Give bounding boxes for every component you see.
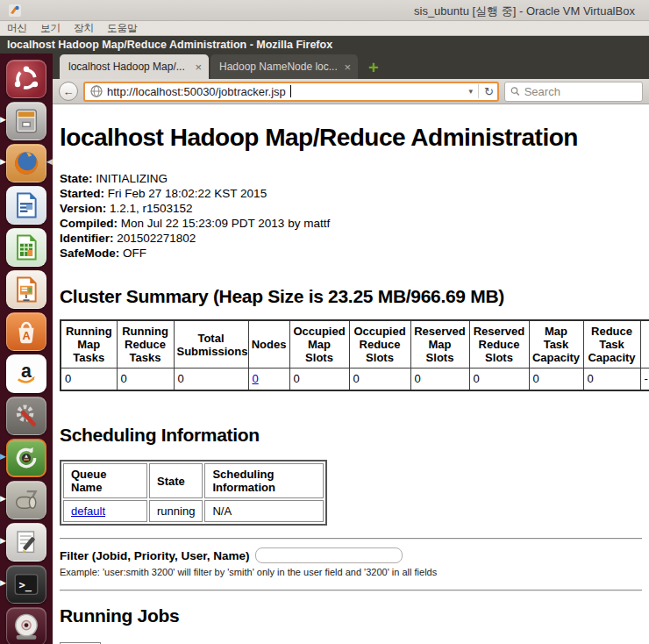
filter-example-text: Example: 'user:smith 3200' will filter b…: [60, 567, 649, 577]
cell-occupied-map: 0: [289, 369, 349, 391]
software-updater-icon[interactable]: [6, 439, 46, 477]
compiled-line: Compiled: Mon Jul 22 15:23:09 PDT 2013 b…: [60, 216, 649, 231]
col-header: Occupied Map Slots: [289, 320, 349, 369]
col-header: Reduce Task Capacity: [583, 320, 640, 369]
disc-icon[interactable]: [6, 607, 46, 644]
col-header: Nodes: [248, 320, 289, 369]
cell-occupied-reduce: 0: [349, 369, 410, 391]
focused-marker-firefox: ◀: [46, 158, 53, 166]
col-header: Reserved Reduce Slots: [469, 320, 529, 369]
started-line: Started: Fri Feb 27 18:02:22 KST 2015: [60, 186, 649, 201]
queue-default-link[interactable]: default: [71, 504, 105, 518]
globe-icon: [90, 85, 103, 97]
nodes-link[interactable]: 0: [253, 372, 259, 385]
firefox-window-title: localhost Hadoop Map/Reduce Administrati…: [7, 39, 332, 51]
safemode-line: SafeMode: OFF: [60, 246, 649, 261]
search-input[interactable]: [524, 85, 637, 98]
tab-label: localhost Hadoop Map/...: [68, 61, 188, 73]
notify-marker-updater: ▶: [0, 453, 6, 461]
system-settings-icon[interactable]: [6, 397, 46, 435]
search-icon: [510, 86, 520, 97]
url-bar[interactable]: http://localhost:50030/jobtracker.jsp ▾ …: [83, 82, 499, 102]
svg-text:A: A: [22, 329, 30, 342]
new-tab-button[interactable]: +: [368, 59, 379, 79]
notes-icon[interactable]: [6, 523, 46, 562]
col-header: Queue Name: [63, 463, 147, 498]
divider: [60, 590, 642, 591]
url-input[interactable]: http://localhost:50030/jobtracker.jsp: [107, 85, 286, 98]
unity-launcher: A a >_ ▶ ▶ ◀ ▶ ▶ ▶ ▶: [0, 54, 53, 644]
page-content: localhost Hadoop Map/Reduce Administrati…: [53, 104, 649, 644]
tab-namenode[interactable]: Hadoop NameNode loc... ×: [210, 54, 358, 79]
status-block: State: INITIALIZING Started: Fri Feb 27 …: [60, 171, 649, 261]
reload-icon[interactable]: ↻: [484, 85, 494, 98]
menu-help[interactable]: 도움말: [107, 22, 138, 35]
tab-strip: localhost Hadoop Map/... × Hadoop NameNo…: [53, 54, 649, 79]
menu-view[interactable]: 보기: [40, 22, 61, 35]
col-header: Running Map Tasks: [61, 320, 117, 369]
filter-input[interactable]: [255, 547, 403, 563]
table-header-row: Running Map Tasks Running Reduce Tasks T…: [61, 320, 649, 369]
running-marker-terminal: ▶: [0, 579, 6, 587]
libreoffice-impress-icon[interactable]: [6, 270, 46, 309]
tab-jobtracker[interactable]: localhost Hadoop Map/... ×: [60, 54, 209, 79]
tab-close-icon[interactable]: ×: [344, 61, 351, 74]
search-box[interactable]: [504, 82, 643, 102]
col-header: State: [149, 463, 203, 498]
cell-queue-info: N/A: [204, 500, 324, 522]
svg-text:a: a: [21, 361, 32, 382]
running-marker-roller: ▶: [0, 495, 6, 503]
terminal-icon[interactable]: >_: [6, 565, 46, 604]
menu-devices[interactable]: 장치: [74, 22, 94, 35]
amazon-icon[interactable]: a: [6, 354, 46, 393]
printer-roller-icon[interactable]: [6, 481, 46, 519]
software-center-icon[interactable]: A: [6, 312, 46, 351]
firefox-icon[interactable]: [6, 144, 46, 182]
page-title: localhost Hadoop Map/Reduce Administrati…: [60, 124, 649, 152]
col-header: Scheduling Information: [204, 463, 324, 498]
cell-map-capacity: 0: [529, 369, 583, 391]
svg-text:>_: >_: [19, 579, 32, 592]
running-marker-cabinet: ▶: [0, 116, 6, 124]
filter-label: Filter (Jobid, Priority, User, Name): [60, 549, 250, 562]
col-header: Total Submissions: [174, 320, 248, 369]
ubuntu-bfb-icon[interactable]: [6, 60, 46, 98]
col-header: Map Task Capacity: [529, 320, 583, 369]
tab-close-icon[interactable]: ×: [195, 61, 202, 74]
cluster-summary-heading: Cluster Summary (Heap Size is 23.25 MB/9…: [60, 286, 649, 307]
text-caret: [290, 85, 291, 97]
table-row: 0 0 0 0 0 0 0 0 0 0 -: [61, 369, 649, 391]
cell-running-reduce: 0: [117, 369, 174, 391]
running-marker-firefox: ▶: [0, 158, 6, 166]
navigation-toolbar: ← http://localhost:50030/jobtracker.jsp …: [53, 79, 649, 104]
col-header: Ta: [640, 320, 649, 369]
divider: [478, 84, 479, 98]
scheduling-table: Queue Name State Scheduling Information …: [60, 460, 327, 526]
col-header: Occupied Reduce Slots: [349, 320, 410, 369]
cell-reduce-capacity: 0: [583, 369, 640, 391]
cell-total-submissions: 0: [174, 369, 248, 391]
vbox-titlebar: sis_ubuntu [실행 중] - Oracle VM VirtualBox: [0, 0, 649, 21]
table-row: default running N/A: [63, 500, 324, 522]
identifier-line: Identifier: 201502271802: [60, 231, 649, 246]
libreoffice-writer-icon[interactable]: [6, 186, 46, 225]
file-cabinet-icon[interactable]: [6, 102, 46, 140]
libreoffice-calc-icon[interactable]: [6, 228, 46, 267]
firefox-titlebar: localhost Hadoop Map/Reduce Administrati…: [0, 36, 649, 54]
tab-label: Hadoop NameNode loc...: [219, 61, 337, 73]
cell-queue-state: running: [149, 500, 203, 522]
divider: [60, 538, 642, 540]
table-header-row: Queue Name State Scheduling Information: [63, 463, 324, 498]
running-marker-notes: ▶: [0, 537, 6, 545]
vbox-window-title: sis_ubuntu [실행 중] - Oracle VM VirtualBox: [414, 4, 635, 19]
url-dropdown-icon[interactable]: ▾: [469, 87, 474, 96]
col-header: Reserved Map Slots: [410, 320, 469, 369]
col-header: Running Reduce Tasks: [117, 320, 174, 369]
back-button[interactable]: ←: [59, 82, 78, 101]
cell-running-map: 0: [61, 369, 117, 391]
vbox-menubar: 머신 보기 장치 도움말: [0, 21, 649, 36]
cell-truncated: -: [640, 369, 649, 391]
cluster-summary-table: Running Map Tasks Running Reduce Tasks T…: [60, 319, 649, 391]
menu-machine[interactable]: 머신: [7, 22, 27, 35]
running-jobs-heading: Running Jobs: [60, 605, 649, 626]
